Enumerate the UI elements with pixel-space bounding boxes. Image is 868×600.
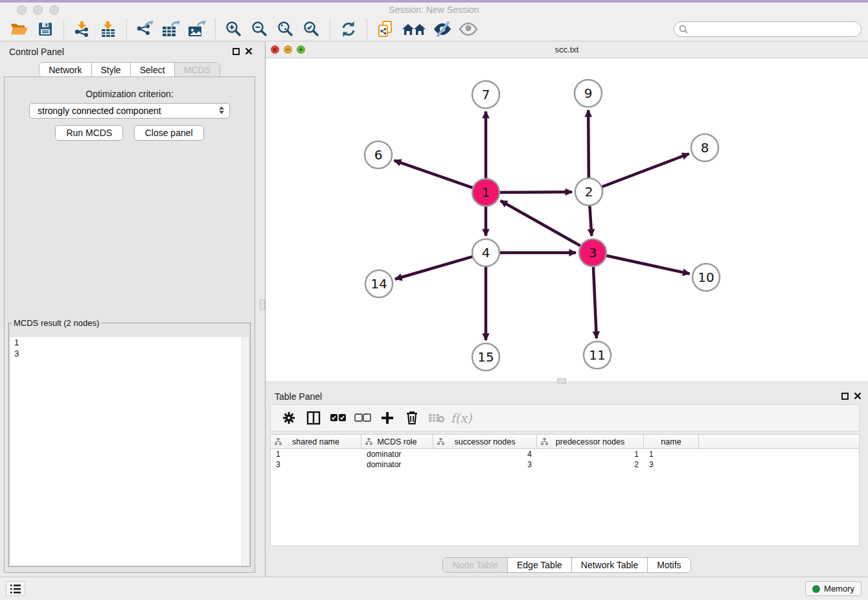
tab-network[interactable]: Network [40, 63, 91, 77]
graph-edge-3-11[interactable] [593, 265, 597, 338]
graph-node-14[interactable]: 14 [365, 270, 393, 297]
houses-icon[interactable] [400, 19, 428, 40]
graph-node-11[interactable]: 11 [584, 341, 611, 369]
vertical-splitter[interactable] [259, 41, 266, 577]
graph-node-10[interactable]: 10 [692, 264, 720, 291]
zoom-fit-icon[interactable] [275, 19, 297, 40]
float-panel-icon[interactable] [841, 393, 849, 400]
tab-motifs[interactable]: Motifs [648, 558, 690, 572]
graph-edge-3-10[interactable] [605, 255, 690, 273]
close-panel-icon[interactable] [245, 47, 253, 55]
refresh-icon[interactable] [337, 19, 360, 40]
svg-text:4: 4 [482, 245, 490, 260]
column-type-icon [275, 438, 282, 447]
tab-node-table[interactable]: Node Table [443, 558, 508, 572]
run-mcds-button[interactable]: Run MCDS [55, 125, 123, 141]
column-header-mcds-role[interactable]: MCDS role [361, 435, 433, 448]
graph-edge-1-6[interactable] [394, 161, 475, 189]
column-header-predecessor-nodes[interactable]: predecessor nodes [537, 435, 644, 448]
cell-successor-nodes: 4 [433, 449, 537, 459]
graph-edge-3-1[interactable] [501, 201, 582, 247]
cell-predecessor-nodes: 1 [537, 449, 644, 459]
svg-text:9: 9 [584, 86, 593, 101]
network-graph: 7968124314101511 [266, 58, 868, 381]
column-header-successor-nodes[interactable]: successor nodes [433, 435, 537, 448]
table-row[interactable]: 3 dominator 3 2 3 [271, 459, 859, 470]
memory-button[interactable]: Memory [805, 581, 862, 596]
network-canvas[interactable]: 7968124314101511 [266, 58, 868, 381]
export-table-icon[interactable] [160, 19, 182, 40]
toolbar-separator [215, 19, 216, 39]
zoom-in-icon[interactable] [223, 19, 245, 40]
network-bottom-grip[interactable] [557, 378, 566, 384]
task-history-button[interactable] [6, 581, 25, 596]
table-toolbar: f(x) [270, 404, 860, 432]
save-session-icon[interactable] [34, 19, 56, 40]
float-panel-icon[interactable] [233, 48, 240, 55]
graph-node-6[interactable]: 6 [365, 141, 392, 168]
zoom-selected-icon[interactable] [301, 19, 323, 40]
tab-select[interactable]: Select [131, 63, 175, 77]
result-scrollbar[interactable] [242, 337, 249, 565]
control-panel-title: Control Panel [9, 47, 64, 57]
hide-selected-icon[interactable] [431, 19, 453, 40]
table-row[interactable]: 1 dominator 4 1 1 [271, 449, 859, 459]
application-window: Session: New Session [0, 0, 868, 600]
show-all-icon [457, 19, 479, 40]
open-session-icon[interactable] [8, 19, 30, 40]
search-icon [679, 25, 688, 36]
graph-node-2[interactable]: 2 [575, 178, 602, 205]
splitter-grip[interactable] [260, 299, 265, 310]
column-header-name[interactable]: name [644, 435, 699, 448]
mcds-result-textarea[interactable]: 1 3 [10, 337, 249, 565]
network-titlebar: scc.txt [266, 41, 868, 58]
tab-edge-table[interactable]: Edge Table [508, 558, 572, 572]
graph-edge-4-14[interactable] [395, 256, 474, 279]
gear-icon[interactable] [279, 408, 299, 428]
svg-text:8: 8 [701, 140, 709, 156]
table-panel-tabs: Node Table Edge Table Network Table Moti… [266, 557, 868, 573]
import-network-icon[interactable] [71, 19, 93, 40]
close-panel-icon[interactable] [854, 392, 862, 400]
column-header-shared-name[interactable]: shared name [271, 435, 361, 448]
task-list-icon [10, 584, 21, 594]
table-panel-title: Table Panel [275, 391, 322, 402]
graph-edge-1-2[interactable] [498, 192, 572, 192]
tab-mcds[interactable]: MCDS [175, 63, 220, 77]
tab-style[interactable]: Style [92, 63, 131, 77]
import-table-icon[interactable] [97, 19, 119, 40]
graph-node-3[interactable]: 3 [579, 239, 606, 266]
export-network-icon[interactable] [134, 19, 156, 40]
graph-node-1[interactable]: 1 [472, 179, 499, 206]
cell-shared-name: 3 [271, 459, 361, 470]
toolbar-separator [126, 19, 127, 39]
memory-status-dot [812, 585, 820, 593]
graph-node-4[interactable]: 4 [472, 239, 499, 266]
graph-node-15[interactable]: 15 [472, 343, 499, 371]
graph-edge-2-9[interactable] [588, 110, 589, 179]
graph-edge-2-8[interactable] [600, 154, 689, 187]
graph-edge-2-3[interactable] [589, 204, 591, 236]
graph-node-8[interactable]: 8 [691, 134, 718, 161]
columns-icon[interactable] [303, 408, 324, 428]
mcds-panel-body: Optimization criterion: strongly connect… [4, 76, 255, 573]
criterion-selected-value: strongly connected component [38, 106, 161, 116]
copy-network-icon[interactable] [374, 19, 396, 40]
cell-successor-nodes: 3 [433, 459, 537, 470]
graph-node-7[interactable]: 7 [472, 81, 499, 108]
tab-network-table[interactable]: Network Table [572, 558, 648, 572]
window-title: Session: New Session [0, 5, 868, 15]
delete-column-icon[interactable] [402, 408, 422, 428]
select-all-icon[interactable] [328, 408, 348, 428]
titlebar: Session: New Session [0, 3, 868, 17]
zoom-out-icon[interactable] [249, 19, 271, 40]
control-panel-tabs: Network Style Select MCDS [0, 62, 259, 78]
search-input[interactable] [674, 21, 862, 37]
export-image-icon[interactable] [186, 19, 208, 40]
deselect-all-icon[interactable] [352, 408, 373, 428]
optimization-criterion-select[interactable]: strongly connected component [29, 103, 230, 119]
cell-mcds-role: dominator [361, 459, 433, 470]
graph-node-9[interactable]: 9 [575, 80, 602, 107]
close-panel-button[interactable]: Close panel [134, 125, 204, 141]
add-column-icon[interactable] [377, 408, 398, 428]
